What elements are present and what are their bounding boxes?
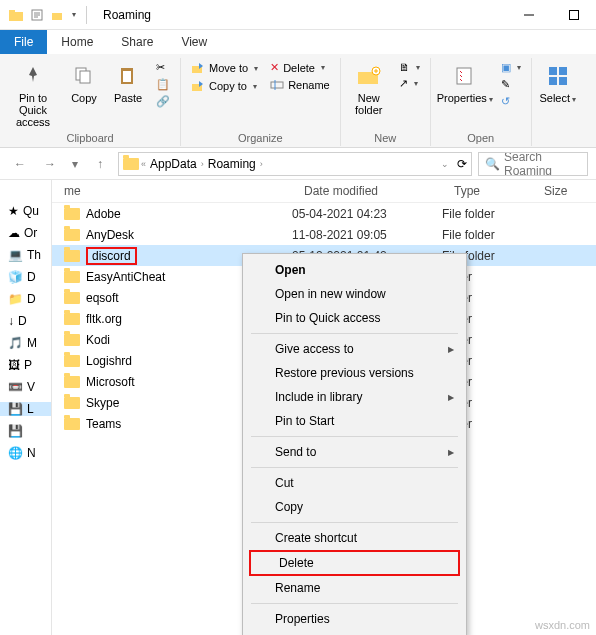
file-name: eqsoft [86,291,119,305]
maximize-button[interactable] [551,0,596,30]
svg-rect-11 [271,82,283,88]
table-row[interactable]: AnyDesk11-08-2021 09:05File folder [52,224,596,245]
ctx-delete[interactable]: Delete [249,550,460,576]
paste-icon [117,62,139,90]
refresh-icon[interactable]: ⟳ [457,157,467,171]
new-folder-button[interactable]: New folder [347,60,391,118]
sidebar-item[interactable]: ☁Or [0,226,51,240]
pin-icon [21,62,45,90]
label: Copy [71,92,97,104]
select-button[interactable]: Select [538,60,578,107]
crumb-appdata[interactable]: AppData [148,157,199,171]
ctx-open[interactable]: Open [245,258,464,282]
crumb-roaming[interactable]: Roaming [206,157,258,171]
shortcut-icon: 🔗 [156,95,170,108]
sidebar-item[interactable]: 🖼P [0,358,51,372]
label: Rename [288,79,330,91]
group-label: Clipboard [6,132,174,146]
address-bar: ← → ▾ ↑ « AppData › Roaming › ⌄ ⟳ 🔍 Sear… [0,148,596,180]
properties-button[interactable]: Properties [437,60,493,107]
qat-customize-icon[interactable] [70,10,76,19]
ctx-pin-start[interactable]: Pin to Start [245,409,464,433]
sidebar-item[interactable]: 💾L [0,402,51,416]
qat-newfolder-icon[interactable] [50,8,64,22]
recent-button[interactable]: ▾ [68,152,82,176]
ctx-open-new-window[interactable]: Open in new window [245,282,464,306]
sidebar-item[interactable]: 📁D [0,292,51,306]
sidebar-item[interactable]: 💾 [0,424,51,438]
tab-view[interactable]: View [167,30,221,54]
dropdown-icon[interactable]: ⌄ [441,159,449,169]
col-date[interactable]: Date modified [304,184,454,198]
label: Paste [114,92,142,104]
label: P [24,358,32,372]
ctx-pin-quick-access[interactable]: Pin to Quick access [245,306,464,330]
copy-to-button[interactable]: Copy to [187,78,262,94]
table-row[interactable]: Adobe05-04-2021 04:23File folder [52,203,596,224]
edit-button[interactable]: ✎ [497,77,525,92]
up-button[interactable]: ↑ [88,152,112,176]
delete-button[interactable]: ✕ Delete [266,60,334,75]
ctx-give-access-to[interactable]: Give access to [245,337,464,361]
open-button[interactable]: ▣ [497,60,525,75]
path-icon: 📋 [156,78,170,91]
ctx-cut[interactable]: Cut [245,471,464,495]
col-name[interactable]: me [64,184,304,198]
sidebar-item[interactable]: 🌐N [0,446,51,460]
breadcrumb[interactable]: « AppData › Roaming › ⌄ ⟳ [118,152,472,176]
copy-button[interactable]: Copy [64,60,104,106]
qat-properties-icon[interactable] [30,8,44,22]
label: Delete [283,62,315,74]
ctx-rename[interactable]: Rename [245,576,464,600]
file-name: Logishrd [86,354,132,368]
label: V [27,380,35,394]
pin-quick-access-button[interactable]: Pin to Quick access [6,60,60,130]
chevron-icon: › [201,159,204,169]
back-button[interactable]: ← [8,152,32,176]
history-button[interactable]: ↺ [497,94,525,109]
sidebar-item[interactable]: 🧊D [0,270,51,284]
forward-button[interactable]: → [38,152,62,176]
new-item-button[interactable]: 🗎 [395,60,424,74]
file-name: fltk.org [86,312,122,326]
copy-path-button[interactable]: 📋 [152,77,174,92]
search-icon: 🔍 [485,157,500,171]
label: Give access to [275,342,354,356]
folder-icon [64,208,80,220]
ctx-copy[interactable]: Copy [245,495,464,519]
tab-file[interactable]: File [0,30,47,54]
sidebar-item[interactable]: 💻Th [0,248,51,262]
nav-icon: 📼 [8,380,23,394]
tab-share[interactable]: Share [107,30,167,54]
rename-icon [270,78,284,92]
ctx-properties[interactable]: Properties [245,607,464,631]
sidebar-item[interactable]: ★Qu [0,204,51,218]
ctx-include-library[interactable]: Include in library [245,385,464,409]
move-to-button[interactable]: Move to [187,60,262,76]
file-name: EasyAntiCheat [86,270,165,284]
column-headers[interactable]: me Date modified Type Size [52,180,596,203]
file-name: AnyDesk [86,228,134,242]
easy-access-button[interactable]: ↗ [395,76,424,91]
search-placeholder: Search Roaming [504,152,581,176]
search-input[interactable]: 🔍 Search Roaming [478,152,588,176]
paste-shortcut-button[interactable]: 🔗 [152,94,174,109]
ctx-restore-versions[interactable]: Restore previous versions [245,361,464,385]
sidebar-item[interactable]: 🎵M [0,336,51,350]
rename-button[interactable]: Rename [266,77,334,93]
minimize-button[interactable] [506,0,551,30]
group-label: New [347,132,424,146]
cut-button[interactable]: ✂ [152,60,174,75]
sidebar-item[interactable]: 📼V [0,380,51,394]
sidebar-item[interactable]: ↓D [0,314,51,328]
navigation-pane[interactable]: ★Qu☁Or💻Th🧊D📁D↓D🎵M🖼P📼V💾L💾🌐N [0,180,52,635]
ctx-create-shortcut[interactable]: Create shortcut [245,526,464,550]
tab-home[interactable]: Home [47,30,107,54]
col-size[interactable]: Size [544,184,596,198]
paste-button[interactable]: Paste [108,60,148,106]
group-organize: Move to Copy to ✕ Delete Rename Organize [181,58,341,146]
copy-icon [73,62,95,90]
ctx-send-to[interactable]: Send to [245,440,464,464]
main-area: ★Qu☁Or💻Th🧊D📁D↓D🎵M🖼P📼V💾L💾🌐N me Date modif… [0,180,596,635]
col-type[interactable]: Type [454,184,544,198]
